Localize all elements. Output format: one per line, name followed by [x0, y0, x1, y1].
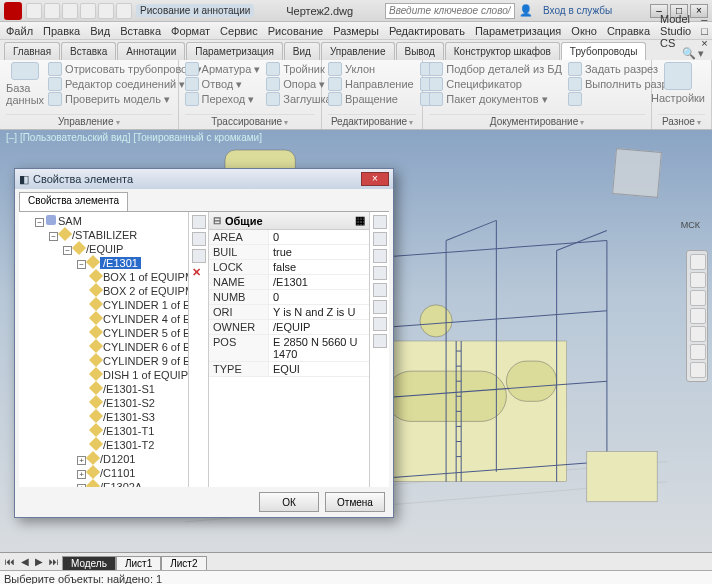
- tree-item[interactable]: +/E1302A: [77, 480, 186, 487]
- side-tool-icon[interactable]: [373, 232, 387, 246]
- tab-output[interactable]: Вывод: [396, 42, 444, 60]
- nav-collapse-icon[interactable]: [690, 344, 706, 360]
- tree-item[interactable]: +/D1201: [77, 452, 186, 466]
- tree-tool-icon[interactable]: [192, 215, 206, 229]
- database-button[interactable]: База данных: [6, 62, 44, 106]
- slope-button[interactable]: Уклон: [328, 62, 414, 76]
- property-row[interactable]: TYPEEQUI: [209, 362, 369, 377]
- qat-save-icon[interactable]: [62, 3, 78, 19]
- element-tree[interactable]: −SAM −/STABILIZER −/EQUIP −/E1301 BOX 1 …: [19, 212, 189, 487]
- panel-title-doc[interactable]: Документирование: [429, 114, 645, 127]
- tabs-first-icon[interactable]: ⏮: [2, 555, 18, 568]
- command-line[interactable]: Выберите объекты: найдено: 1 Выберите об…: [0, 570, 712, 584]
- valve-button[interactable]: Арматура▾: [185, 62, 261, 76]
- property-row[interactable]: AREA0: [209, 230, 369, 245]
- tree-delete-icon[interactable]: ✕: [192, 266, 206, 280]
- bend-button[interactable]: Отвод▾: [185, 77, 261, 91]
- nav-wheel-icon[interactable]: [690, 254, 706, 270]
- tab-insert[interactable]: Вставка: [61, 42, 116, 60]
- tree-item[interactable]: CYLINDER 9 of EQUIPMEN…: [91, 354, 186, 368]
- nav-pan-icon[interactable]: [690, 272, 706, 288]
- dialog-close-button[interactable]: ×: [361, 172, 389, 186]
- layout-tab-sheet2[interactable]: Лист2: [161, 556, 206, 570]
- prop-group-label[interactable]: Общие: [225, 215, 263, 227]
- tree-selected-item[interactable]: /E1301: [100, 257, 141, 269]
- tab-cab[interactable]: Конструктор шкафов: [445, 42, 560, 60]
- menu-format[interactable]: Формат: [171, 25, 210, 37]
- ribbon-collapse-icon[interactable]: ▾: [698, 47, 704, 60]
- side-tool-icon[interactable]: [373, 300, 387, 314]
- ribbon-search-icon[interactable]: 🔍: [682, 47, 696, 60]
- menu-file[interactable]: Файл: [6, 25, 33, 37]
- tree-item[interactable]: CYLINDER 1 of EQUIPMEN…: [91, 298, 186, 312]
- tree-item[interactable]: CYLINDER 5 of EQUIPMEN…: [91, 326, 186, 340]
- workspace-selector[interactable]: Рисование и аннотации: [136, 4, 254, 17]
- tree-item[interactable]: CYLINDER 4 of EQUIPMEN…: [91, 312, 186, 326]
- doc-minimize-button[interactable]: – □ ×: [701, 13, 708, 49]
- tab-view[interactable]: Вид: [284, 42, 320, 60]
- panel-title-misc[interactable]: Разное: [658, 114, 705, 127]
- menu-window[interactable]: Окно: [571, 25, 597, 37]
- side-tool-icon[interactable]: [373, 215, 387, 229]
- reducer-button[interactable]: Переход▾: [185, 92, 261, 106]
- nav-more-icon[interactable]: [690, 362, 706, 378]
- tree-item[interactable]: /E1301-T1: [91, 424, 186, 438]
- menu-edit[interactable]: Правка: [43, 25, 80, 37]
- tabs-next-icon[interactable]: ▶: [32, 555, 46, 568]
- direction-button[interactable]: Направление: [328, 77, 414, 91]
- tree-item[interactable]: /E1301-S3: [91, 410, 186, 424]
- tree-tool-icon[interactable]: [192, 249, 206, 263]
- tab-manage[interactable]: Управление: [321, 42, 395, 60]
- layout-tab-model[interactable]: Модель: [62, 556, 116, 570]
- menu-view[interactable]: Вид: [90, 25, 110, 37]
- side-tool-icon[interactable]: [373, 266, 387, 280]
- panel-title-edit[interactable]: Редактирование: [328, 114, 416, 127]
- rotate-button[interactable]: Вращение: [328, 92, 414, 106]
- property-row[interactable]: ORIY is N and Z is U: [209, 305, 369, 320]
- tree-item[interactable]: CYLINDER 6 of EQUIPMEN…: [91, 340, 186, 354]
- qat-redo-icon[interactable]: [116, 3, 132, 19]
- menu-param[interactable]: Параметризация: [475, 25, 561, 37]
- menu-draw[interactable]: Рисование: [268, 25, 323, 37]
- tab-home[interactable]: Главная: [4, 42, 60, 60]
- layout-tab-sheet1[interactable]: Лист1: [116, 556, 161, 570]
- property-grid[interactable]: AREA0BUILtrueLOCKfalseNAME/E1301NUMB0ORI…: [209, 230, 369, 487]
- tree-item[interactable]: DISH 1 of EQUIPMENT /E…: [91, 368, 186, 382]
- property-row[interactable]: POSE 2850 N 5660 U 1470: [209, 335, 369, 362]
- side-tool-icon[interactable]: [373, 334, 387, 348]
- menu-modify[interactable]: Редактировать: [389, 25, 465, 37]
- qat-print-icon[interactable]: [80, 3, 96, 19]
- property-row[interactable]: OWNER/EQUIP: [209, 320, 369, 335]
- dialog-title-bar[interactable]: ◧ Свойства элемента ×: [15, 169, 393, 189]
- menu-insert[interactable]: Вставка: [120, 25, 161, 37]
- cancel-button[interactable]: Отмена: [325, 492, 385, 512]
- ok-button[interactable]: ОК: [259, 492, 319, 512]
- tab-param[interactable]: Параметризация: [186, 42, 283, 60]
- tree-tool-icon[interactable]: [192, 232, 206, 246]
- tree-item[interactable]: /E1301-S1: [91, 382, 186, 396]
- qat-undo-icon[interactable]: [98, 3, 114, 19]
- menu-modelstudio[interactable]: Model Studio CS: [660, 13, 691, 49]
- side-tool-icon[interactable]: [373, 317, 387, 331]
- tab-piping[interactable]: Трубопроводы: [561, 42, 647, 60]
- prop-options-icon[interactable]: ▦: [355, 214, 365, 227]
- dialog-tab-props[interactable]: Свойства элемента: [19, 192, 128, 211]
- qat-open-icon[interactable]: [44, 3, 60, 19]
- pick-db-button[interactable]: Подбор деталей из БД: [429, 62, 562, 76]
- property-row[interactable]: LOCKfalse: [209, 260, 369, 275]
- app-logo[interactable]: [4, 2, 22, 20]
- qat-new-icon[interactable]: [26, 3, 42, 19]
- menu-help[interactable]: Справка: [607, 25, 650, 37]
- spec-button[interactable]: Спецификатор: [429, 77, 562, 91]
- property-row[interactable]: BUILtrue: [209, 245, 369, 260]
- side-tool-icon[interactable]: [373, 249, 387, 263]
- menu-dim[interactable]: Размеры: [333, 25, 379, 37]
- tabs-prev-icon[interactable]: ◀: [18, 555, 32, 568]
- nav-zoom-icon[interactable]: [690, 290, 706, 306]
- tabs-last-icon[interactable]: ⏭: [46, 555, 62, 568]
- property-row[interactable]: NAME/E1301: [209, 275, 369, 290]
- side-tool-icon[interactable]: [373, 283, 387, 297]
- property-row[interactable]: NUMB0: [209, 290, 369, 305]
- docpack-button[interactable]: Пакет документов▾: [429, 92, 562, 106]
- menu-tools[interactable]: Сервис: [220, 25, 258, 37]
